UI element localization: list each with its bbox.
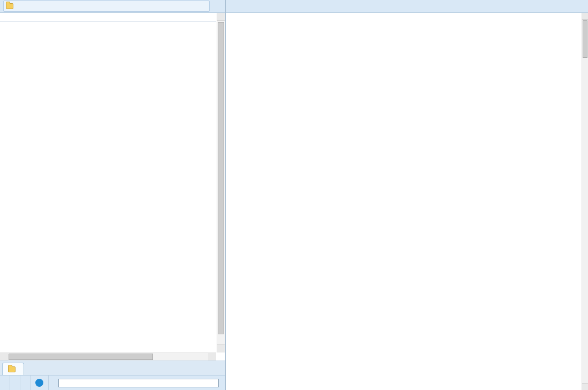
tab-samplefiles[interactable] <box>2 363 24 375</box>
viewer-pane <box>226 0 588 390</box>
folder-icon <box>8 366 16 372</box>
folder-icon <box>6 3 13 9</box>
file-manager-pane <box>0 0 226 390</box>
status-disk <box>49 376 226 390</box>
status-bar <box>0 375 226 390</box>
scroll-thumb[interactable] <box>9 354 153 360</box>
file-list-hscrollbar[interactable] <box>0 352 216 361</box>
spreadsheet <box>226 13 582 390</box>
scroll-left-icon[interactable] <box>0 353 8 361</box>
status-file-count <box>10 376 20 390</box>
disk-usage-bar <box>58 379 219 387</box>
scroll-up-icon[interactable] <box>217 13 225 21</box>
navigation-toolbar <box>0 0 226 13</box>
scroll-down-icon[interactable] <box>582 383 588 390</box>
scroll-thumb[interactable] <box>583 20 587 58</box>
status-size-summary <box>20 376 30 390</box>
viewer-titlebar <box>226 0 588 13</box>
info-icon[interactable] <box>35 379 43 387</box>
app-window <box>0 0 588 390</box>
add-tab-button[interactable] <box>24 363 36 375</box>
file-list-vscrollbar[interactable] <box>217 13 225 352</box>
spreadsheet-scrollbar[interactable] <box>582 13 588 390</box>
scroll-down-icon[interactable] <box>217 344 225 352</box>
file-list-header <box>0 13 216 22</box>
status-folder-count <box>0 376 10 390</box>
scroll-thumb[interactable] <box>218 22 224 334</box>
file-list <box>0 22 216 352</box>
scroll-right-icon[interactable] <box>208 353 216 361</box>
breadcrumb[interactable] <box>3 1 210 12</box>
scroll-up-icon[interactable] <box>582 13 588 20</box>
tab-bar <box>0 361 226 375</box>
